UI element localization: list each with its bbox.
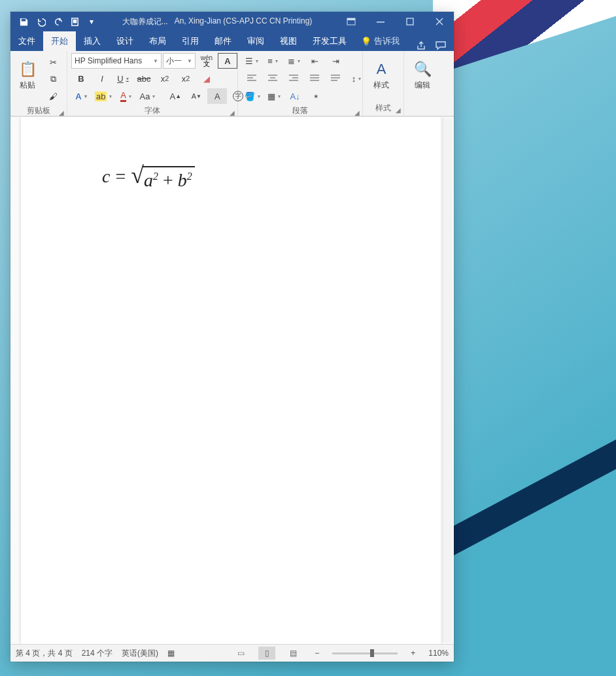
distributed-button[interactable] xyxy=(326,71,345,86)
vertical-scrollbar[interactable] xyxy=(443,118,453,643)
increase-indent-button[interactable]: ⇥ xyxy=(326,53,345,69)
bullets-button[interactable]: ☰▾ xyxy=(242,53,262,69)
minimize-button[interactable] xyxy=(366,12,395,31)
zoom-in-button[interactable]: + xyxy=(407,649,419,658)
shrink-font-button[interactable]: A▼ xyxy=(186,88,206,104)
char-border-button[interactable]: A xyxy=(218,53,237,69)
decrease-indent-button[interactable]: ⇤ xyxy=(305,53,324,69)
font-size-combo[interactable]: 小一▼ xyxy=(163,53,196,69)
redo-icon[interactable] xyxy=(51,15,64,28)
font-size-value: 小一 xyxy=(166,56,182,67)
editing-button[interactable]: 🔍 编辑 xyxy=(408,53,437,99)
format-painter-button[interactable]: 🖌 xyxy=(43,88,63,104)
qat-customize-icon[interactable]: ▾ xyxy=(85,15,98,28)
svg-rect-3 xyxy=(347,18,355,20)
macro-indicator[interactable]: ▦ xyxy=(167,649,175,658)
tab-design[interactable]: 设计 xyxy=(109,31,141,51)
tab-layout[interactable]: 布局 xyxy=(141,31,174,51)
tab-file[interactable]: 文件 xyxy=(10,31,43,51)
eraser-icon: ◢ xyxy=(203,74,210,84)
save-icon[interactable] xyxy=(17,15,30,28)
touch-mode-icon[interactable] xyxy=(68,15,81,28)
title-bar: ▾ 大咖养成记... An, Xing-Jian (CS-APJ CC CN P… xyxy=(10,12,454,31)
clear-format-button[interactable]: ◢ xyxy=(197,71,216,86)
superscript-button[interactable]: x2 xyxy=(176,71,196,86)
multilevel-button[interactable]: ≣▾ xyxy=(284,53,303,69)
language-indicator[interactable]: 英语(美国) xyxy=(122,648,158,659)
font-name-value: HP Simplified Hans xyxy=(75,56,142,65)
maximize-button[interactable] xyxy=(395,12,424,31)
underline-button[interactable]: U▾ xyxy=(113,71,133,86)
zoom-thumb[interactable] xyxy=(370,649,374,657)
font-name-combo[interactable]: HP Simplified Hans▼ xyxy=(71,53,162,69)
borders-button[interactable]: ▦▾ xyxy=(264,88,284,104)
subscript-button[interactable]: x2 xyxy=(155,71,175,86)
styles-button[interactable]: A 样式 xyxy=(367,53,396,99)
numbering-button[interactable]: ≡▾ xyxy=(263,53,282,69)
close-button[interactable] xyxy=(424,12,454,31)
bold-button[interactable]: B xyxy=(71,71,91,86)
font-color-button[interactable]: A▾ xyxy=(116,88,135,104)
doc-title: 大咖养成记... xyxy=(122,16,168,27)
borders-icon: ▦ xyxy=(267,92,275,101)
font-color-icon: A xyxy=(120,90,126,102)
tab-view[interactable]: 视图 xyxy=(272,31,305,51)
chevron-down-icon: ▼ xyxy=(153,58,158,64)
ribbon-display-icon[interactable] xyxy=(336,12,366,31)
align-left-button[interactable] xyxy=(242,71,262,86)
dialog-launcher-icon[interactable]: ◢ xyxy=(396,107,401,114)
tab-insert[interactable]: 插入 xyxy=(76,31,109,51)
web-layout-button[interactable]: ▤ xyxy=(284,647,301,660)
align-right-button[interactable] xyxy=(284,71,303,86)
copy-button[interactable]: ⧉ xyxy=(43,71,63,87)
tab-developer[interactable]: 开发工具 xyxy=(305,31,354,51)
strikethrough-button[interactable]: abc xyxy=(134,71,154,86)
macro-icon: ▦ xyxy=(167,649,175,658)
paste-button[interactable]: 📋 粘贴 xyxy=(14,53,41,99)
word-count[interactable]: 214 个字 xyxy=(82,648,112,659)
page-indicator[interactable]: 第 4 页，共 4 页 xyxy=(16,648,73,659)
print-layout-button[interactable]: ▯ xyxy=(258,647,275,660)
styles-label: 样式 xyxy=(373,80,389,91)
eq-lhs: c xyxy=(102,166,110,187)
dialog-launcher-icon[interactable]: ◢ xyxy=(59,109,64,116)
multilevel-icon: ≣ xyxy=(288,56,295,66)
tab-review[interactable]: 审阅 xyxy=(239,31,272,51)
comments-icon[interactable] xyxy=(436,41,447,51)
text-effects-button[interactable]: A▾ xyxy=(71,88,91,104)
char-shading-button[interactable]: A xyxy=(207,88,227,104)
document-page[interactable]: c = √ a2 + b2 xyxy=(21,117,441,644)
tab-home[interactable]: 开始 xyxy=(43,31,76,51)
paint-bucket-icon: 🪣 xyxy=(245,92,255,101)
zoom-out-button[interactable]: − xyxy=(311,649,323,658)
align-center-button[interactable] xyxy=(263,71,282,86)
chevron-down-icon: ▾ xyxy=(126,76,129,82)
tell-me-label: 告诉我 xyxy=(374,35,400,47)
line-spacing-icon: ↕ xyxy=(352,74,356,84)
read-mode-button[interactable]: ▭ xyxy=(232,647,249,660)
share-icon[interactable] xyxy=(416,41,426,51)
change-case-button[interactable]: Aa▾ xyxy=(137,88,158,104)
shading-button[interactable]: 🪣▾ xyxy=(242,88,263,104)
sort-button[interactable]: A↓ xyxy=(285,88,305,104)
grow-font-button[interactable]: A▲ xyxy=(165,88,185,104)
chevron-down-icon: ▾ xyxy=(129,93,131,99)
equation-object[interactable]: c = √ a2 + b2 xyxy=(102,166,195,191)
status-bar: 第 4 页，共 4 页 214 个字 英语(美国) ▦ ▭ ▯ ▤ − + 11… xyxy=(10,644,454,662)
phonetic-guide-button[interactable]: wén文 xyxy=(197,53,216,69)
show-marks-button[interactable]: ✶ xyxy=(306,88,326,104)
cut-button[interactable]: ✂ xyxy=(43,54,63,70)
italic-button[interactable]: I xyxy=(92,71,112,86)
undo-icon[interactable] xyxy=(34,15,47,28)
sort-icon: A↓ xyxy=(290,92,299,101)
justify-button[interactable] xyxy=(305,71,324,86)
dialog-launcher-icon[interactable]: ◢ xyxy=(230,109,235,116)
tab-mailings[interactable]: 邮件 xyxy=(207,31,239,51)
dialog-launcher-icon[interactable]: ◢ xyxy=(354,109,360,116)
page-icon: ▯ xyxy=(265,649,269,658)
zoom-level[interactable]: 110% xyxy=(428,649,449,658)
zoom-slider[interactable] xyxy=(332,652,398,654)
highlight-button[interactable]: ab▾ xyxy=(92,88,114,104)
tell-me[interactable]: 💡 告诉我 xyxy=(354,31,406,51)
tab-references[interactable]: 引用 xyxy=(174,31,207,51)
